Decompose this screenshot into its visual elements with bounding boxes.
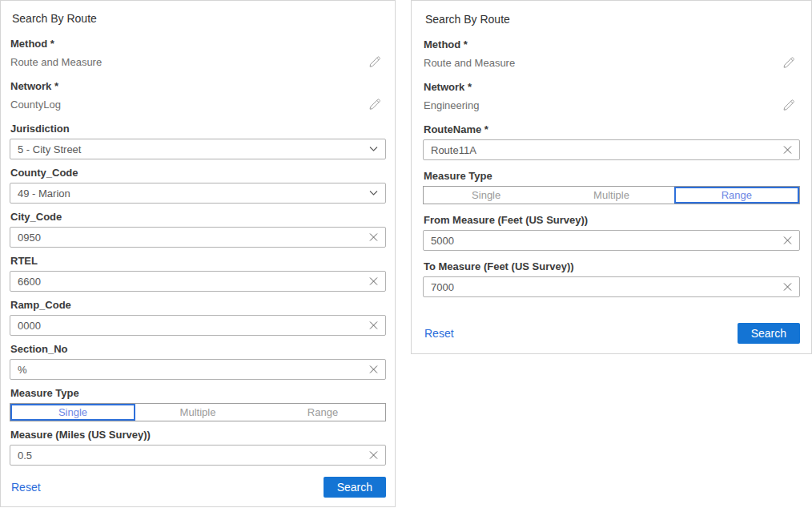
clear-icon[interactable] (369, 365, 378, 374)
field-label: Measure (Miles (US Survey)) (10, 429, 386, 441)
text-field: RouteName * (423, 123, 800, 160)
segment-option-single[interactable]: Single (424, 187, 549, 204)
text-input[interactable] (424, 140, 799, 159)
text-input-wrapper (10, 445, 386, 466)
panel-title: Search By Route (12, 12, 386, 25)
clear-icon[interactable] (369, 233, 378, 242)
text-field: City_Code (10, 211, 386, 248)
text-input[interactable] (10, 360, 385, 379)
text-input[interactable] (424, 277, 799, 296)
field-label: RouteName * (424, 123, 800, 135)
field-label: Section_No (10, 343, 386, 355)
field-label: From Measure (Feet (US Survey)) (424, 214, 800, 226)
text-field: To Measure (Feet (US Survey)) (423, 260, 800, 297)
segment-option-single[interactable]: Single (10, 404, 135, 421)
readonly-field: Network * Engineering (423, 81, 800, 113)
search-button[interactable]: Search (324, 477, 386, 498)
panel-footer: Reset Search (10, 477, 386, 498)
text-field: Ramp_Code (10, 299, 386, 336)
panel-title: Search By Route (425, 13, 800, 26)
field-label: Jurisdiction (10, 123, 386, 135)
readonly-field: Method * Route and Measure (10, 38, 386, 70)
select-input[interactable]: 5 - City Street (10, 139, 386, 159)
field-label: Measure Type (10, 387, 386, 399)
field-label: Ramp_Code (10, 299, 386, 311)
field-label: City_Code (10, 211, 386, 223)
field-label: Network * (424, 81, 800, 93)
field-label: Measure Type (424, 170, 800, 182)
field-label: Method * (424, 38, 800, 50)
search-by-route-panel-right: Search By Route Method * Route and Measu… (411, 0, 812, 354)
pencil-icon[interactable] (782, 99, 795, 112)
text-input[interactable] (10, 272, 385, 291)
text-field: RTEL (10, 255, 386, 292)
text-input-wrapper (423, 139, 800, 160)
field-label: County_Code (10, 167, 386, 179)
clear-icon[interactable] (783, 283, 792, 292)
segment-field: Measure Type SingleMultipleRange (10, 387, 386, 421)
select-field: Jurisdiction 5 - City Street (10, 123, 386, 159)
static-fields: Method * Route and Measure Network * Cou… (10, 38, 386, 112)
text-input[interactable] (10, 446, 385, 465)
chevron-down-icon (369, 147, 378, 152)
select-value: 49 - Marion (10, 187, 70, 200)
field-label: To Measure (Feet (US Survey)) (424, 260, 800, 272)
panel-footer: Reset Search (423, 323, 800, 344)
field-label: Method * (10, 38, 386, 50)
text-input-wrapper (10, 227, 386, 248)
clear-icon[interactable] (369, 277, 378, 286)
search-button[interactable]: Search (738, 323, 800, 344)
search-by-route-panel-left: Search By Route Method * Route and Measu… (0, 0, 396, 507)
segment-field: Measure Type SingleMultipleRange (423, 170, 800, 204)
segment-option-range[interactable]: Range (260, 404, 385, 421)
field-label: Network * (10, 80, 386, 92)
text-input-wrapper (10, 359, 386, 380)
clear-icon[interactable] (369, 451, 378, 460)
clear-icon[interactable] (783, 236, 792, 245)
reset-link[interactable]: Reset (424, 327, 454, 340)
static-fields: Method * Route and Measure Network * Eng… (423, 38, 800, 113)
field-value: Route and Measure (10, 56, 102, 68)
field-value: Route and Measure (424, 57, 515, 69)
pencil-icon[interactable] (782, 56, 795, 70)
pencil-icon[interactable] (368, 98, 381, 111)
segment-option-multiple[interactable]: Multiple (549, 187, 673, 204)
segmented-control: SingleMultipleRange (10, 403, 386, 421)
fields-container: RouteName * Measure Type SingleMultipleR… (423, 123, 800, 297)
text-input[interactable] (424, 231, 799, 250)
select-field: County_Code 49 - Marion (10, 167, 386, 204)
text-field: Measure (Miles (US Survey)) (10, 429, 386, 466)
text-input-wrapper (423, 276, 800, 297)
pencil-icon[interactable] (368, 55, 381, 69)
reset-link[interactable]: Reset (11, 481, 41, 494)
segment-option-range[interactable]: Range (674, 187, 799, 204)
fields-container: Jurisdiction 5 - City Street County_Code… (10, 123, 386, 466)
readonly-field: Network * CountyLog (10, 80, 386, 112)
chevron-down-icon (369, 191, 378, 196)
text-input-wrapper (10, 271, 386, 292)
select-input[interactable]: 49 - Marion (10, 183, 386, 204)
text-field: Section_No (10, 343, 386, 380)
field-value: CountyLog (10, 99, 61, 111)
field-label: RTEL (10, 255, 386, 267)
field-value: Engineering (424, 99, 479, 111)
clear-icon[interactable] (369, 321, 378, 330)
text-input-wrapper (10, 315, 386, 336)
segment-option-multiple[interactable]: Multiple (135, 404, 260, 421)
text-input[interactable] (10, 228, 385, 247)
select-value: 5 - City Street (10, 143, 81, 155)
text-field: From Measure (Feet (US Survey)) (423, 214, 800, 251)
readonly-field: Method * Route and Measure (423, 38, 800, 71)
text-input-wrapper (423, 230, 800, 251)
segmented-control: SingleMultipleRange (423, 186, 800, 204)
text-input[interactable] (10, 316, 385, 335)
clear-icon[interactable] (783, 146, 792, 155)
